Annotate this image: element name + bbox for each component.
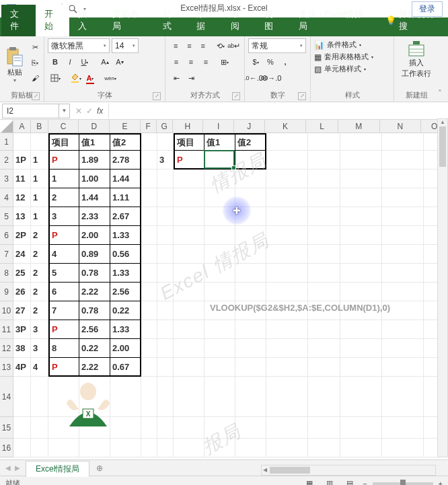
cell-M13[interactable] — [340, 358, 382, 377]
cell-E7[interactable]: 0.56 — [110, 245, 141, 264]
cell-N2[interactable] — [382, 151, 424, 170]
underline-button[interactable]: U▾ — [77, 54, 92, 69]
cell-F15[interactable] — [141, 417, 157, 439]
cell-M8[interactable] — [340, 264, 382, 283]
cell-D10[interactable]: 0.78 — [79, 301, 110, 320]
row-header-11[interactable]: 11 — [0, 320, 13, 339]
cell-I8[interactable] — [204, 264, 235, 283]
cell-B11[interactable]: 3 — [31, 320, 48, 339]
cell-E15[interactable] — [110, 417, 141, 439]
cell-A9[interactable]: 26 — [13, 283, 31, 301]
cell-N3[interactable] — [382, 170, 424, 188]
cell-L3[interactable] — [308, 170, 340, 188]
cell-K1[interactable] — [266, 133, 308, 151]
cancel-formula-icon[interactable]: ✕ — [75, 106, 82, 116]
cell-K13[interactable] — [266, 358, 308, 377]
cell-K4[interactable] — [266, 188, 308, 207]
cell-N7[interactable] — [382, 245, 424, 264]
row-header-8[interactable]: 8 — [0, 264, 13, 283]
align-center-button[interactable]: ≡ — [184, 54, 198, 69]
dialog-launcher-icon[interactable]: ⤢ — [32, 92, 40, 100]
cell-N4[interactable] — [382, 188, 424, 207]
formula-input[interactable] — [108, 104, 448, 118]
cell-J1[interactable]: 值2 — [235, 133, 266, 151]
cell-D2[interactable]: 1.89 — [79, 151, 110, 170]
cell-D8[interactable]: 0.78 — [79, 264, 110, 283]
cell-E11[interactable]: 1.33 — [110, 320, 141, 339]
cell-A8[interactable]: 25 — [13, 264, 31, 283]
row-header-15[interactable]: 15 — [0, 417, 13, 439]
cell-F14[interactable] — [141, 377, 157, 417]
cell-I7[interactable] — [204, 245, 235, 264]
cell-E16[interactable] — [110, 439, 141, 457]
scrollbar-vertical[interactable]: ▲ — [437, 118, 448, 457]
cell-L14[interactable] — [308, 377, 340, 417]
cell-I14[interactable] — [204, 377, 235, 417]
row-headers[interactable]: 12345678910111213141516 — [0, 133, 13, 457]
merge-button[interactable]: ⊞▾ — [217, 54, 232, 69]
row-header-3[interactable]: 3 — [0, 170, 13, 188]
cell-C11[interactable]: P — [48, 320, 79, 339]
column-header-A[interactable]: A — [13, 120, 31, 133]
cell-I15[interactable] — [204, 417, 235, 439]
phonetic-button[interactable]: wén▾ — [103, 71, 118, 85]
sheet-tab-active[interactable]: Excel情报局 — [26, 461, 89, 477]
cell-G8[interactable] — [157, 264, 174, 283]
cell-K11[interactable] — [266, 320, 308, 339]
cell-J6[interactable] — [235, 226, 266, 245]
cell-L4[interactable] — [308, 188, 340, 207]
cell-F12[interactable] — [141, 339, 157, 358]
cell-E14[interactable] — [110, 377, 141, 417]
cell-C10[interactable]: 7 — [48, 301, 79, 320]
cell-J8[interactable] — [235, 264, 266, 283]
cell-C1[interactable]: 项目 — [48, 133, 79, 151]
cell-E1[interactable]: 值2 — [110, 133, 141, 151]
cell-N1[interactable] — [382, 133, 424, 151]
comma-button[interactable]: , — [278, 54, 293, 69]
cell-H5[interactable] — [174, 207, 204, 226]
cell-K2[interactable] — [266, 151, 308, 170]
align-bottom-button[interactable]: ≡ — [196, 38, 210, 53]
cell-E3[interactable]: 1.44 — [110, 170, 141, 188]
zoom-in-button[interactable]: + — [439, 480, 443, 486]
cell-B7[interactable]: 2 — [31, 245, 48, 264]
cell-D6[interactable]: 2.00 — [79, 226, 110, 245]
accounting-button[interactable]: $▾ — [248, 54, 263, 69]
align-right-button[interactable]: ≡ — [198, 54, 213, 69]
cell-G15[interactable] — [157, 417, 174, 439]
cell-I12[interactable] — [204, 339, 235, 358]
row-header-6[interactable]: 6 — [0, 226, 13, 245]
cell-A16[interactable] — [13, 439, 31, 457]
tab-insert[interactable]: 插入 — [69, 5, 104, 36]
cell-M3[interactable] — [340, 170, 382, 188]
cell-D1[interactable]: 值1 — [79, 133, 110, 151]
cell-H6[interactable] — [174, 226, 204, 245]
row-header-10[interactable]: 10 — [0, 301, 13, 320]
cell-B15[interactable] — [31, 417, 48, 439]
bold-button[interactable]: B — [48, 54, 63, 69]
cell-C8[interactable]: 5 — [48, 264, 79, 283]
cell-F5[interactable] — [141, 207, 157, 226]
cell-F10[interactable] — [141, 301, 157, 320]
increase-indent-button[interactable]: ⇥ — [184, 71, 198, 85]
cell-B10[interactable]: 2 — [31, 301, 48, 320]
cell-G13[interactable] — [157, 358, 174, 377]
cell-G14[interactable] — [157, 377, 174, 417]
cell-B12[interactable]: 3 — [31, 339, 48, 358]
cell-J9[interactable] — [235, 283, 266, 301]
cell-G7[interactable] — [157, 245, 174, 264]
cell-E12[interactable]: 2.00 — [110, 339, 141, 358]
cell-I13[interactable] — [204, 358, 235, 377]
cell-H10[interactable] — [174, 301, 204, 320]
row-header-12[interactable]: 12 — [0, 339, 13, 358]
cell-B1[interactable] — [31, 133, 48, 151]
cell-D5[interactable]: 2.33 — [79, 207, 110, 226]
cell-G12[interactable] — [157, 339, 174, 358]
cell-N9[interactable] — [382, 283, 424, 301]
cell-H14[interactable] — [174, 377, 204, 417]
column-header-B[interactable]: B — [31, 120, 48, 133]
conditional-format-button[interactable]: 📊条件格式▾ — [314, 40, 390, 50]
add-sheet-button[interactable]: ⊕ — [92, 461, 107, 476]
cell-E4[interactable]: 1.11 — [110, 188, 141, 207]
wrap-text-button[interactable]: ab↵ — [227, 38, 241, 53]
